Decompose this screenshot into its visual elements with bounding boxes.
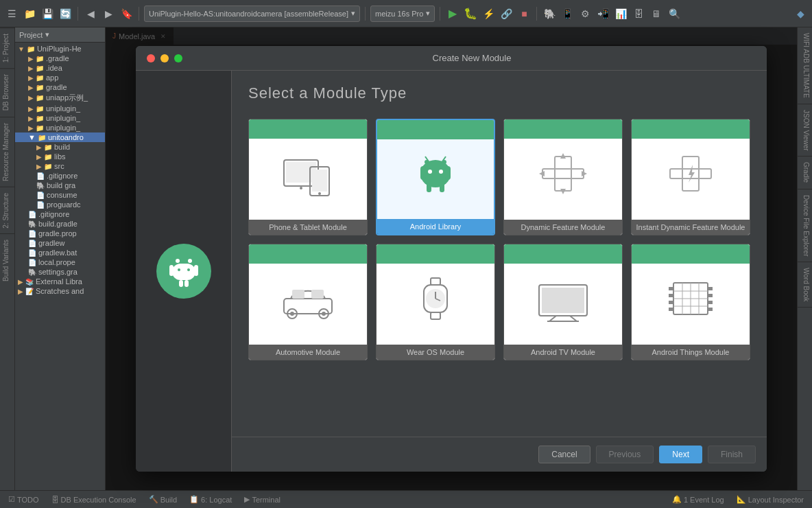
window-maximize-btn[interactable] xyxy=(174,54,182,62)
right-tab-wifi-adb[interactable]: WIFI ADB ULTIMATE xyxy=(798,27,812,104)
profiler-icon[interactable]: 📊 xyxy=(613,6,628,21)
toolbar-bookmark-icon[interactable]: 🔖 xyxy=(119,6,134,21)
left-tab-build-variants[interactable]: Build Variants xyxy=(0,233,14,287)
tree-item-gradle-prop[interactable]: 📄 gradle.prop xyxy=(15,229,105,238)
cancel-button[interactable]: Cancel xyxy=(538,446,590,463)
tree-item-settings-gradle[interactable]: 🐘 settings.gra xyxy=(15,267,105,277)
tree-root[interactable]: ▼ 📁 UniPlugin-He xyxy=(15,44,105,54)
emulator-icon[interactable]: 🖥 xyxy=(649,6,664,21)
tab-layout-inspector[interactable]: 📐 Layout Inspector xyxy=(731,494,809,505)
tree-item-build[interactable]: ▶ 📁 build xyxy=(15,142,105,152)
tree-item-uniplugin3[interactable]: ▶ 📁 uniplugin_ xyxy=(15,123,105,132)
tree-item-gitignore-sub[interactable]: 📄 .gitignore xyxy=(15,171,105,181)
separator-3 xyxy=(365,7,366,21)
tree-item-libs[interactable]: ▶ 📁 libs xyxy=(15,152,105,161)
svg-rect-10 xyxy=(286,162,316,183)
svg-rect-61 xyxy=(669,294,673,297)
tab-build[interactable]: 🔨 Build xyxy=(143,494,182,505)
svg-rect-49 xyxy=(542,288,584,313)
jetbrains-icon[interactable]: ◆ xyxy=(793,6,808,21)
tree-item-local-prop[interactable]: 📄 local.prope xyxy=(15,257,105,267)
android-library-svg xyxy=(411,150,459,198)
toolbar-save-icon[interactable]: 💾 xyxy=(40,6,55,21)
attach-debugger[interactable]: 🔗 xyxy=(499,6,514,21)
tree-item-idea[interactable]: ▶ 📁 .idea xyxy=(15,63,105,73)
right-tab-word-book[interactable]: Word Book xyxy=(798,262,812,308)
svg-point-0 xyxy=(176,259,180,263)
left-tab-structure[interactable]: 2: Structure xyxy=(0,187,14,234)
tree-item-unitoandro[interactable]: ▼ 📁 unitoandro xyxy=(15,132,105,142)
folder-icon-idea: 📁 xyxy=(36,65,44,72)
tree-item-app[interactable]: ▶ 📁 app xyxy=(15,73,105,82)
module-card-automotive[interactable]: Automotive Module xyxy=(248,244,368,360)
window-minimize-btn[interactable] xyxy=(160,54,169,62)
finish-button[interactable]: Finish xyxy=(708,446,756,463)
main-layout: 1: Project DB Browser Resource Manager 2… xyxy=(0,27,812,490)
tree-item-uniplugin2[interactable]: ▶ 📁 uniplugin_ xyxy=(15,113,105,123)
toolbar-file-icon[interactable]: 📁 xyxy=(22,6,37,21)
previous-button[interactable]: Previous xyxy=(596,446,654,463)
stop-button[interactable]: ■ xyxy=(516,6,532,21)
module-card-android-tv[interactable]: Android TV Module xyxy=(503,244,623,360)
toolbar-back-icon[interactable]: ◀ xyxy=(83,6,98,21)
tree-item-proguard[interactable]: 📄 proguardc xyxy=(15,200,105,209)
android-library-label: Android Library xyxy=(377,219,494,234)
right-tab-json-viewer[interactable]: JSON Viewer xyxy=(798,104,812,157)
avd-manager-icon[interactable]: 📱 xyxy=(560,6,575,21)
tab-todo[interactable]: ☑ TODO xyxy=(3,494,45,505)
window-close-btn[interactable] xyxy=(147,54,155,62)
svg-rect-6 xyxy=(184,280,189,287)
tree-item-gradle[interactable]: ▶ 📁 .gradle xyxy=(15,54,105,63)
android-things-svg xyxy=(663,275,718,323)
tree-item-uniplugin1[interactable]: ▶ 📁 uniplugin_ xyxy=(15,104,105,113)
run-button[interactable]: ▶ xyxy=(445,6,460,21)
toolbar-sync-icon[interactable]: 🔄 xyxy=(58,6,73,21)
tab-logcat[interactable]: 📋 6: Logcat xyxy=(184,494,237,505)
device-manager-icon[interactable]: 📲 xyxy=(595,6,610,21)
search-icon[interactable]: 🔍 xyxy=(667,6,682,21)
tree-item-scratches[interactable]: ▶ 📝 Scratches and xyxy=(15,286,105,296)
module-card-android-library[interactable]: Android Library xyxy=(376,119,495,235)
gradle-sync-icon[interactable]: 🐘 xyxy=(542,6,557,21)
left-tab-resource[interactable]: Resource Manager xyxy=(0,117,14,187)
right-tab-device-file-explorer[interactable]: Device File Explorer xyxy=(798,189,812,262)
device-dropdown[interactable]: meizu 16s Pro ▾ xyxy=(370,5,435,22)
tree-item-gradlew[interactable]: 📄 gradlew xyxy=(15,238,105,248)
tab-terminal[interactable]: ▶ Terminal xyxy=(239,494,286,505)
module-card-dynamic-feature[interactable]: Dynamic Feature Module xyxy=(503,119,623,235)
run-config-dropdown[interactable]: UniPlugin-Hello-AS:unitoandroidcamera [a… xyxy=(144,5,360,22)
database-icon[interactable]: 🗄 xyxy=(631,6,646,21)
tree-item-src[interactable]: ▶ 📁 src xyxy=(15,161,105,171)
left-tab-project[interactable]: 1: Project xyxy=(0,27,14,68)
svg-point-23 xyxy=(439,170,443,174)
profile-button[interactable]: ⚡ xyxy=(481,6,496,21)
toolbar-menu-icon[interactable]: ☰ xyxy=(4,6,19,21)
android-tv-label: Android TV Module xyxy=(504,345,622,360)
svg-rect-27 xyxy=(542,169,584,178)
svg-rect-36 xyxy=(292,290,304,299)
toolbar-forward-icon[interactable]: ▶ xyxy=(101,6,116,21)
right-tab-gradle[interactable]: Gradle xyxy=(798,157,812,189)
tree-item-consume[interactable]: 📄 consume xyxy=(15,190,105,200)
tree-item-gradlew-bat[interactable]: 📄 gradlew.bat xyxy=(15,248,105,257)
tree-item-external-libs[interactable]: ▶ 📚 External Libra xyxy=(15,277,105,286)
wear-os-icon-area xyxy=(377,244,494,345)
debug-button[interactable]: 🐛 xyxy=(463,6,478,21)
left-tab-db-browser[interactable]: DB Browser xyxy=(0,68,14,116)
tree-item-uniapp[interactable]: ▶ 📁 uniapp示例_ xyxy=(15,92,105,104)
module-card-android-things[interactable]: Android Things Module xyxy=(631,244,750,360)
sdk-manager-icon[interactable]: ⚙ xyxy=(577,6,593,21)
db-icon: 🗄 xyxy=(51,496,59,504)
module-card-instant-dynamic[interactable]: Instant Dynamic Feature Module xyxy=(631,119,750,235)
tab-event-log[interactable]: 🔔 1 Event Log xyxy=(667,494,730,505)
module-card-phone-tablet[interactable]: Phone & Tablet Module xyxy=(248,119,368,235)
next-button[interactable]: Next xyxy=(659,446,702,463)
tree-item-build-gradle-sub[interactable]: 🐘 build gra xyxy=(15,181,105,190)
module-card-wear-os[interactable]: Wear OS Module xyxy=(376,244,495,360)
dialog-logo xyxy=(156,244,211,299)
dialog-main-content: Select a Module Type xyxy=(232,71,767,472)
tree-item-build-gradle-root[interactable]: 🐘 build.gradle xyxy=(15,219,105,229)
tab-db-console[interactable]: 🗄 DB Execution Console xyxy=(46,494,142,505)
tree-item-gitignore-root[interactable]: 📄 .gitignore xyxy=(15,209,105,219)
tree-item-gradle-dir[interactable]: ▶ 📁 gradle xyxy=(15,82,105,92)
